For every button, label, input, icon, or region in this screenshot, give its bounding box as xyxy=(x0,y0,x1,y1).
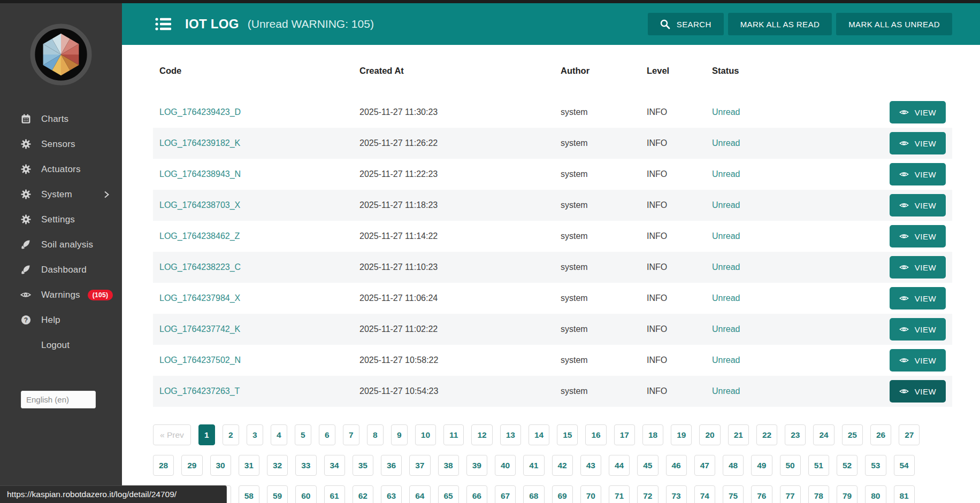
pagination-page-41[interactable]: 41 xyxy=(523,455,544,476)
view-button[interactable]: VIEW xyxy=(890,194,946,216)
pagination-page-42[interactable]: 42 xyxy=(552,455,573,476)
pagination-page-65[interactable]: 65 xyxy=(438,485,459,503)
pagination-page-52[interactable]: 52 xyxy=(837,455,858,476)
pagination-page-72[interactable]: 72 xyxy=(637,485,658,503)
sidebar-item-logout[interactable]: Logout xyxy=(0,332,122,358)
pagination-page-30[interactable]: 30 xyxy=(210,455,231,476)
log-code-link[interactable]: LOG_1764237742_K xyxy=(159,324,240,334)
pagination-page-27[interactable]: 27 xyxy=(899,424,920,445)
pagination-page-35[interactable]: 35 xyxy=(353,455,373,476)
pagination-page-21[interactable]: 21 xyxy=(728,424,749,445)
pagination-page-73[interactable]: 73 xyxy=(666,485,687,503)
mark-all-read-button[interactable]: MARK ALL AS READ xyxy=(728,13,832,35)
pagination-page-24[interactable]: 24 xyxy=(813,424,834,445)
pagination-page-60[interactable]: 60 xyxy=(295,485,316,503)
pagination-page-31[interactable]: 31 xyxy=(239,455,259,476)
language-select[interactable]: English (en) xyxy=(21,391,96,408)
pagination-page-2[interactable]: 2 xyxy=(223,424,239,445)
pagination-page-6[interactable]: 6 xyxy=(319,424,335,445)
app-logo[interactable] xyxy=(29,23,93,86)
pagination-page-77[interactable]: 77 xyxy=(780,485,801,503)
log-code-link[interactable]: LOG_1764239182_K xyxy=(159,138,240,148)
pagination-page-5[interactable]: 5 xyxy=(295,424,311,445)
pagination-page-47[interactable]: 47 xyxy=(694,455,715,476)
pagination-page-22[interactable]: 22 xyxy=(756,424,777,445)
pagination-page-53[interactable]: 53 xyxy=(865,455,886,476)
log-code-link[interactable]: LOG_1764239423_D xyxy=(159,107,241,117)
pagination-page-7[interactable]: 7 xyxy=(343,424,359,445)
pagination-page-74[interactable]: 74 xyxy=(694,485,715,503)
sidebar-item-charts[interactable]: Charts xyxy=(0,106,122,131)
log-code-link[interactable]: LOG_1764238703_X xyxy=(159,200,240,210)
pagination-page-78[interactable]: 78 xyxy=(808,485,829,503)
mark-all-unread-button[interactable]: MARK ALL AS UNREAD xyxy=(836,13,952,35)
pagination-page-15[interactable]: 15 xyxy=(557,424,578,445)
view-button[interactable]: VIEW xyxy=(890,225,946,247)
pagination-page-16[interactable]: 16 xyxy=(585,424,606,445)
pagination-page-34[interactable]: 34 xyxy=(324,455,345,476)
pagination-page-51[interactable]: 51 xyxy=(808,455,829,476)
log-code-link[interactable]: LOG_1764238462_Z xyxy=(159,231,240,241)
view-button[interactable]: VIEW xyxy=(890,287,946,309)
pagination-page-40[interactable]: 40 xyxy=(495,455,516,476)
view-button[interactable]: VIEW xyxy=(890,380,946,403)
pagination-page-59[interactable]: 59 xyxy=(267,485,288,503)
pagination-page-63[interactable]: 63 xyxy=(381,485,402,503)
sidebar-item-soil-analysis[interactable]: Soil analysis xyxy=(0,232,122,257)
view-button[interactable]: VIEW xyxy=(890,101,946,123)
sidebar-item-dashboard[interactable]: Dashboard xyxy=(0,257,122,282)
sidebar-item-sensors[interactable]: Sensors xyxy=(0,131,122,157)
pagination-page-18[interactable]: 18 xyxy=(642,424,663,445)
pagination-page-69[interactable]: 69 xyxy=(552,485,573,503)
log-code-link[interactable]: LOG_1764237984_X xyxy=(159,293,240,303)
pagination-page-62[interactable]: 62 xyxy=(353,485,373,503)
sidebar-item-actuators[interactable]: Actuators xyxy=(0,157,122,182)
log-code-link[interactable]: LOG_1764237263_T xyxy=(159,386,240,396)
pagination-page-46[interactable]: 46 xyxy=(666,455,687,476)
pagination-page-26[interactable]: 26 xyxy=(870,424,891,445)
pagination-page-58[interactable]: 58 xyxy=(239,485,259,503)
pagination-page-71[interactable]: 71 xyxy=(609,485,630,503)
pagination-page-61[interactable]: 61 xyxy=(324,485,345,503)
pagination-page-68[interactable]: 68 xyxy=(523,485,544,503)
pagination-page-81[interactable]: 81 xyxy=(894,485,915,503)
pagination-page-48[interactable]: 48 xyxy=(723,455,744,476)
pagination-page-17[interactable]: 17 xyxy=(614,424,635,445)
search-button[interactable]: SEARCH xyxy=(648,13,724,35)
log-code-link[interactable]: LOG_1764238223_C xyxy=(159,262,241,272)
log-code-link[interactable]: LOG_1764237502_N xyxy=(159,355,241,365)
log-list-icon[interactable] xyxy=(155,17,171,31)
log-code-link[interactable]: LOG_1764238943_N xyxy=(159,169,241,179)
pagination-prev-button[interactable]: « Prev xyxy=(153,424,191,445)
pagination-page-25[interactable]: 25 xyxy=(842,424,863,445)
pagination-page-76[interactable]: 76 xyxy=(751,485,772,503)
pagination-page-54[interactable]: 54 xyxy=(894,455,915,476)
pagination-page-1[interactable]: 1 xyxy=(198,424,215,445)
pagination-page-33[interactable]: 33 xyxy=(295,455,316,476)
view-button[interactable]: VIEW xyxy=(890,163,946,185)
pagination-page-66[interactable]: 66 xyxy=(466,485,487,503)
pagination-page-14[interactable]: 14 xyxy=(529,424,549,445)
pagination-page-44[interactable]: 44 xyxy=(609,455,630,476)
pagination-page-39[interactable]: 39 xyxy=(466,455,487,476)
pagination-page-10[interactable]: 10 xyxy=(415,424,436,445)
pagination-page-64[interactable]: 64 xyxy=(409,485,430,503)
pagination-page-23[interactable]: 23 xyxy=(785,424,806,445)
sidebar-item-settings[interactable]: Settings xyxy=(0,207,122,232)
pagination-page-11[interactable]: 11 xyxy=(443,424,464,445)
sidebar-item-help[interactable]: ? Help xyxy=(0,307,122,332)
pagination-page-80[interactable]: 80 xyxy=(865,485,886,503)
pagination-page-29[interactable]: 29 xyxy=(181,455,202,476)
pagination-page-75[interactable]: 75 xyxy=(723,485,744,503)
pagination-page-12[interactable]: 12 xyxy=(471,424,492,445)
pagination-page-49[interactable]: 49 xyxy=(751,455,772,476)
pagination-page-3[interactable]: 3 xyxy=(247,424,263,445)
pagination-page-32[interactable]: 32 xyxy=(267,455,288,476)
sidebar-item-system[interactable]: System xyxy=(0,182,122,207)
pagination-page-19[interactable]: 19 xyxy=(671,424,692,445)
view-button[interactable]: VIEW xyxy=(890,256,946,278)
sidebar-item-warnings[interactable]: Warnings (105) xyxy=(0,282,122,307)
pagination-page-28[interactable]: 28 xyxy=(153,455,174,476)
pagination-page-36[interactable]: 36 xyxy=(381,455,402,476)
pagination-page-13[interactable]: 13 xyxy=(500,424,521,445)
